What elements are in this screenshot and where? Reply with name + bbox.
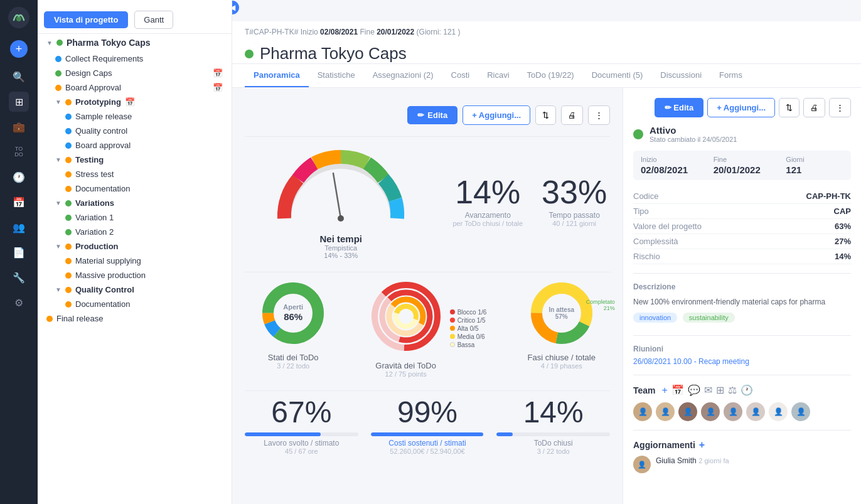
project-dot — [56, 40, 63, 46]
clock-icon[interactable]: 🕐 — [9, 167, 29, 187]
date-end: Fine 20/01/2022 — [706, 151, 779, 180]
sidebar-item-design[interactable]: Design Caps 📅 — [38, 66, 232, 80]
donut-stati-wrap: Aperti 86% — [259, 279, 328, 348]
print-button[interactable]: 🖨 — [561, 105, 583, 125]
donuts-row: Aperti 86% Stati dei ToDo 3 / 22 todo — [245, 279, 610, 378]
sidebar-group-quality-control[interactable]: ▼ Quality Control — [38, 282, 232, 297]
sidebar-item-sample-release[interactable]: Sample release — [38, 109, 232, 124]
team-balance-icon[interactable]: ⚖ — [728, 384, 737, 396]
meeting-link[interactable]: 26/08/2021 10.00 - Recap meeting — [633, 357, 851, 366]
right-panel: ✏ Edita + Aggiungi... ⇅ 🖨 ⋮ Attivo Stato… — [623, 88, 861, 504]
props-list: Codice CAP-PH-TK Tipo CAP Valore del pro… — [633, 189, 851, 264]
team-avatars: 👤 👤 👤 👤 👤 👤 👤 👤 — [633, 402, 851, 421]
updates-add-button[interactable]: + — [699, 439, 705, 451]
tab-forms[interactable]: Forms — [710, 64, 751, 87]
sidebar-item-board-approval-proto[interactable]: Board approval — [38, 138, 232, 153]
donut-gravita-legend: Blocco 1/6 Critico 1/5 Alta 0/5 Med — [450, 309, 487, 348]
gauge-section: Nei tempi Tempistica 14% - 33% — [245, 143, 437, 259]
right-more-button[interactable]: ⋮ — [829, 98, 851, 117]
dashboard-icon[interactable]: ⊞ — [9, 92, 29, 112]
sidebar-item-documentation-testing[interactable]: Documentation — [38, 181, 232, 196]
settings-icon[interactable]: ⚙ — [9, 292, 29, 313]
right-print-button[interactable]: 🖨 — [803, 98, 825, 117]
tab-documenti[interactable]: Documenti (5) — [583, 64, 652, 87]
tab-todo[interactable]: ToDo (19/22) — [518, 64, 583, 87]
donut-fasi: In attesa 57% Completato21% Fasi chiuse … — [527, 279, 596, 378]
svg-point-3 — [338, 215, 344, 222]
prop-rischio: Rischio 14% — [633, 249, 851, 264]
tab-statistiche[interactable]: Statistiche — [309, 64, 364, 87]
sidebar-item-variation1[interactable]: Variation 1 — [38, 210, 232, 225]
edit-button[interactable]: ✏ Edita — [407, 106, 457, 124]
team-email-icon[interactable]: ✉ — [704, 384, 712, 396]
reports-icon[interactable]: 📄 — [9, 242, 29, 262]
team-icon[interactable]: 👥 — [9, 217, 29, 237]
time-sublabel: 40 / 121 giorni — [542, 220, 607, 227]
briefcase-icon[interactable]: 💼 — [9, 117, 29, 137]
right-add-button[interactable]: + Aggiungi... — [707, 98, 775, 117]
team-message-icon[interactable]: 💬 — [688, 384, 700, 396]
sidebar-group-production[interactable]: ▼ Production — [38, 239, 232, 254]
tags-row: innovation sustainability — [633, 313, 851, 326]
sidebar-item-massive-production[interactable]: Massive production — [38, 268, 232, 282]
status-dot — [633, 129, 643, 139]
legend-critico: Critico 1/5 — [450, 317, 487, 324]
vista-progetto-button[interactable]: Vista di progetto — [44, 11, 128, 28]
donut-gravita-label: Gravità dei ToDo — [368, 361, 444, 370]
tab-panoramica[interactable]: Panoramica — [245, 64, 309, 87]
costi-label-link[interactable]: Costi sostenuti / stimati — [371, 439, 484, 448]
sidebar-item-quality-control-proto[interactable]: Quality control — [38, 124, 232, 138]
team-clock-icon[interactable]: 🕐 — [741, 384, 753, 396]
tag-sustainability: sustainability — [683, 313, 735, 323]
team-calendar-icon[interactable]: 📅 — [671, 384, 684, 396]
status-row: Attivo Stato cambiato il 24/05/2021 — [633, 125, 851, 143]
sidebar-item-collect[interactable]: Collect Requirements — [38, 51, 232, 66]
todo-icon[interactable]: TODO — [9, 142, 29, 162]
status-changed: Stato cambiato il 24/05/2021 — [650, 136, 737, 143]
sidebar-item-stress-test[interactable]: Stress test — [38, 167, 232, 181]
tab-assegnazioni[interactable]: Assegnazioni (2) — [364, 64, 442, 87]
todo-bar — [496, 432, 610, 436]
sidebar-collapse-button[interactable]: ◀ — [232, 1, 239, 14]
tab-ricavi[interactable]: Ricavi — [478, 64, 518, 87]
sidebar-item-final-release[interactable]: Final release — [38, 311, 232, 326]
time-value: 33% — [542, 176, 607, 208]
sidebar-item-variation2[interactable]: Variation 2 — [38, 225, 232, 239]
content-area: ✏ Edita + Aggiungi... ⇅ 🖨 ⋮ — [232, 88, 861, 504]
collapse-arrow[interactable]: ▼ — [46, 40, 53, 46]
donut-gravita: Gravità dei ToDo 12 / 75 points Blocco 1… — [368, 279, 487, 378]
avatar-4: 👤 — [701, 402, 720, 421]
sidebar-item-documentation-qc[interactable]: Documentation — [38, 297, 232, 311]
sidebar: Vista di progetto Gantt ▼ Pharma Tokyo C… — [38, 0, 232, 504]
gantt-button[interactable]: Gantt — [134, 11, 173, 29]
team-add-icon[interactable]: + — [662, 385, 668, 396]
left-panel: ✏ Edita + Aggiungi... ⇅ 🖨 ⋮ — [232, 88, 623, 504]
meetings-label: Riunioni — [633, 345, 851, 353]
stat-todo-chiusi: 14% ToDo chiusi 3 / 22 todo — [496, 397, 610, 455]
tab-discussioni[interactable]: Discussioni — [651, 64, 710, 87]
search-icon[interactable]: 🔍 — [9, 67, 29, 87]
sidebar-group-variations[interactable]: ▼ Variations — [38, 196, 232, 210]
legend-blocco: Blocco 1/6 — [450, 309, 487, 316]
add-button[interactable]: + — [10, 40, 28, 58]
sidebar-item-material-supplying[interactable]: Material supplying — [38, 254, 232, 268]
right-edit-button[interactable]: ✏ Edita — [655, 98, 703, 117]
donut-fasi-sublabel: 4 / 19 phases — [541, 362, 582, 370]
more-button[interactable]: ⋮ — [588, 105, 610, 125]
sidebar-project-header[interactable]: ▼ Pharma Tokyo Caps — [38, 34, 232, 51]
prop-codice: Codice CAP-PH-TK — [633, 189, 851, 204]
sort-button[interactable]: ⇅ — [535, 105, 556, 125]
main-content: ◀ T#CAP-PH-TK# Inizio 02/08/2021 Fine 20… — [232, 0, 861, 504]
updates-title: Aggiornamenti + — [633, 439, 851, 451]
team-grid-icon[interactable]: ⊞ — [716, 384, 724, 396]
app-logo[interactable] — [8, 6, 30, 29]
add-button-main[interactable]: + Aggiungi... — [463, 105, 530, 125]
gauge-stats-row: Nei tempi Tempistica 14% - 33% 14% Avanz… — [245, 143, 610, 259]
tools-icon[interactable]: 🔧 — [9, 267, 29, 287]
calendar-icon[interactable]: 📅 — [9, 192, 29, 212]
sidebar-group-testing[interactable]: ▼ Testing — [38, 153, 232, 167]
sidebar-group-prototyping[interactable]: ▼ Prototyping 📅 — [38, 95, 232, 109]
sidebar-item-board-approval-1[interactable]: Board Approval 📅 — [38, 80, 232, 95]
tab-costi[interactable]: Costi — [442, 64, 479, 87]
right-sort-button[interactable]: ⇅ — [779, 98, 800, 117]
